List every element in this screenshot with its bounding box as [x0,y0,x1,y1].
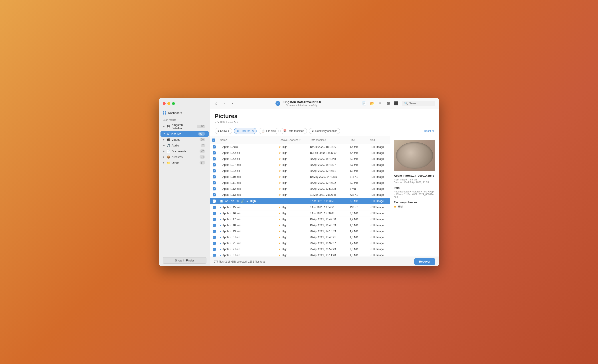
row-date: 19 Apr 2021, 13:42:50 [308,216,348,222]
table-row[interactable]: ✓ ▪Apple i...21.heic ★ High 23 Apr 2021,… [210,240,390,246]
file-size-filter-button[interactable]: 📋 File size [259,128,279,134]
row-name: ▪Apple i...8.heic [218,168,277,174]
list-view-button[interactable]: ≡ [377,100,383,107]
show-in-finder-button[interactable]: Show in Finder [163,257,207,264]
sidebar-item-count: 72 [199,149,205,153]
pictures-filter-button[interactable]: 🖼 Pictures ✕ [234,128,257,134]
table-row[interactable]: ✓ ▪Apple i...3.heic ★ High 26 Apr 2021, … [210,252,390,256]
table-body: ✓ ▪Apple i...heic ★ High 10 Oct 2020, 18… [210,144,390,256]
sidebar-item-videos[interactable]: ▶ 🎬 Videos 20 [160,137,209,142]
table-row[interactable]: ✓ ▪Apple i...6.heic ★ High 20 Apr 2020, … [210,156,390,162]
row-date: 20 Apr 2020, 15:42:48 [308,156,348,162]
row-checkbox[interactable]: ✓ [210,180,218,186]
row-size: 738 KB [348,192,368,198]
row-size-selected: 3,9 MB [348,198,368,204]
reset-all-button[interactable]: Reset all [424,129,434,132]
row-checkbox[interactable]: ✓ [210,222,218,228]
table-row[interactable]: ✓ ▪Apple i...10.heic ★ High 10 May 2020,… [210,174,390,180]
row-kind: HEIF Image [368,204,390,210]
row-size: 3,3 MB [348,210,368,216]
row-checkbox[interactable]: ✓ [210,246,218,252]
table-row[interactable]: ✓ ▪Apple i...5.heic ★ High 16 Feb 2020, … [210,150,390,156]
row-checkbox[interactable]: ✓ [210,156,218,162]
table-row[interactable]: ✓ ▪Apple i...8.heic ★ High 29 Apr 2020, … [210,168,390,174]
table-row[interactable]: ✓ ▪Apple i...18.heic ★ High 19 Apr 2021,… [210,222,390,228]
search-input[interactable] [409,102,433,105]
row-checkbox[interactable]: ✓ [210,198,218,204]
table-row[interactable]: ✓ ▪Apple i...07.heic ★ High 20 Apr 2020,… [210,162,390,168]
row-name: ▪Apple i...heic [218,144,277,150]
forward-button[interactable]: › [230,101,235,106]
row-checkbox[interactable]: ✓ [210,168,218,174]
maximize-button[interactable] [172,102,175,105]
file-view-button[interactable]: 📄 [361,100,367,107]
sidebar-item-count: 20 [199,138,205,141]
sidebar-item-audio[interactable]: ▶ 🎵 Audio 2 [160,142,209,148]
chevron-icon: ▶ [163,139,165,141]
row-checkbox[interactable]: ✓ [210,186,218,192]
row-checkbox[interactable]: ✓ [210,204,218,210]
table-row[interactable]: ✓ ▪Apple i...11.heic ★ High 29 Apr 2020,… [210,180,390,186]
row-recovery: ★ High [277,222,308,228]
table-row[interactable]: ✓ ▪Apple i...13.heic ★ High 21 Mar 2021,… [210,192,390,198]
table-row[interactable]: ✓ ▪Apple i...15.heic ★ High 8 Apr 2021, … [210,204,390,210]
star-filled-icon: ★ [246,199,249,203]
row-checkbox[interactable]: ✓ [210,144,218,150]
table-row[interactable]: ✓ ▪Apple i...0.heic ★ High 20 Apr 2021, … [210,234,390,240]
row-checkbox[interactable]: ✓ [210,150,218,156]
row-date: 8 Apr 2021, 13:54:56 [308,204,348,210]
recover-button[interactable]: Recover [414,258,435,265]
row-date: 21 Mar 2021, 21:06:46 [308,192,348,198]
table-row[interactable]: ✓ ▪Apple i...17.heic ★ High 19 Apr 2021,… [210,216,390,222]
sidebar-item-archives[interactable]: ▶ 📦 Archives 94 [160,154,209,160]
row-checkbox[interactable]: ✓ [210,228,218,234]
remove-pictures-filter-icon[interactable]: ✕ [252,129,254,132]
sidebar-item-other[interactable]: ▶ 📁 Other 87 [160,160,209,165]
show-filter-button[interactable]: ≡ Show ▾ [215,128,232,134]
row-checkbox[interactable]: ✓ [210,192,218,198]
row-checkbox[interactable]: ✓ [210,234,218,240]
row-name: ▪Apple i...16.heic [218,210,277,216]
row-checkbox[interactable]: ✓ [210,240,218,246]
row-kind: HEIF Image [368,216,390,222]
minimize-button[interactable] [167,102,170,105]
sidebar-item-label: Pictures [171,132,197,136]
recovery-chances-filter-button[interactable]: ★ Recovery chances [309,128,340,134]
row-name: ▪Apple i...17.heic [218,216,277,222]
table-row[interactable]: ✓ ▪Apple i...16.heic ★ High 8 Apr 2021, … [210,210,390,216]
select-all-checkbox[interactable]: ✓ [212,139,215,142]
table-row[interactable]: ✓ ▪Apple i...2.heic ★ High 25 Apr 2021, … [210,246,390,252]
chevron-down-icon: ▾ [228,129,229,132]
toolbar: ⌂ ‹ › ✓ Kingston DataTraveler 3.0 Scan c… [210,98,439,109]
recovery-text: High [398,205,404,208]
table-row[interactable]: ✓ ▪Apple i...12.heic ★ High 29 Apr 2020,… [210,186,390,192]
back-button[interactable]: ‹ [222,101,227,106]
home-button[interactable]: ⌂ [214,101,219,106]
th-recovery[interactable]: Recove...hances ▾ [277,138,308,142]
sidebar-item-documents[interactable]: ▶ 📄 Documents 72 [160,148,209,154]
table-row[interactable]: ✓ ▪Apple i...19.heic ★ High 20 Apr 2021,… [210,228,390,234]
row-name: ▪Apple i...2.heic [218,246,277,252]
table-row[interactable]: ✓ ▪Apple i...heic ★ High 10 Oct 2020, 18… [210,144,390,150]
row-checkbox[interactable]: ✓ [210,252,218,256]
row-checkbox[interactable]: ✓ [210,174,218,180]
videos-icon: 🎬 [167,138,170,141]
close-button[interactable] [163,102,166,105]
th-name[interactable]: Name [218,138,277,142]
date-modified-filter-button[interactable]: 📅 Date modified [280,128,307,134]
row-kind: HEIF Image [368,246,390,252]
dashboard-button[interactable]: Dashboard [163,111,207,115]
grid-view-button[interactable]: ⊞ [385,100,391,107]
sidebar-item-kingston[interactable]: ▶ 💾 Kingston DataTra... 1,3K [160,122,209,131]
content-area: ✓ Name Recove...hances ▾ Date modified S… [210,136,439,256]
row-recovery: ★ High [277,162,308,168]
th-size: Size [348,138,368,142]
row-checkbox[interactable]: ✓ [210,216,218,222]
sidebar-item-pictures[interactable]: ▼ 🖼 Pictures 977 [160,131,209,137]
folder-view-button[interactable]: 📂 [369,100,375,107]
row-checkbox[interactable]: ✓ [210,210,218,216]
chevron-icon: ▼ [163,133,165,135]
table-row-selected[interactable]: ✓ 📄 Ap...eic 👁 🔗 ★ High 3 [210,198,390,204]
panel-toggle-button[interactable]: ⬛ [393,100,399,107]
row-checkbox[interactable]: ✓ [210,162,218,168]
